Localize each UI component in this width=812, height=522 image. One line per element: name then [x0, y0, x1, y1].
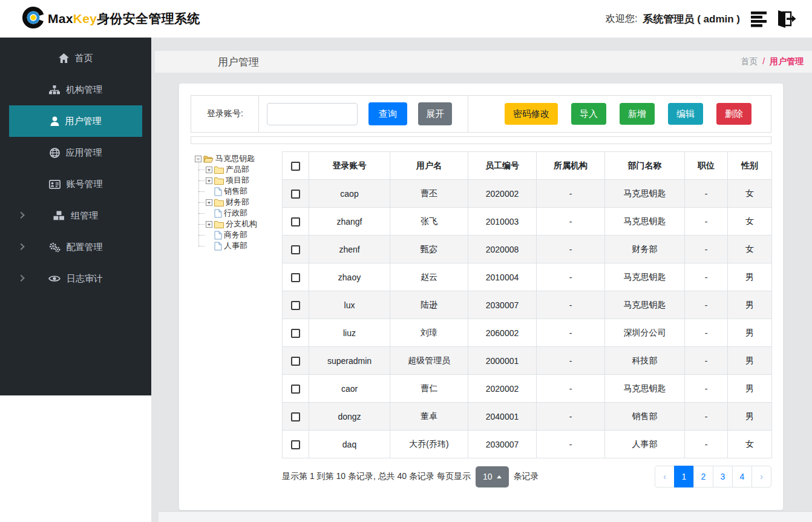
delete-button[interactable]: 删除 [716, 103, 751, 125]
table-cell: 销售部 [605, 403, 685, 431]
sidebar-item-config-mgmt[interactable]: 配置管理 [9, 231, 142, 263]
chevron-right-icon [18, 275, 24, 282]
row-checkbox[interactable] [291, 190, 300, 199]
row-checkbox[interactable] [291, 329, 300, 338]
next-page-button[interactable]: › [751, 466, 771, 487]
tree-node-label[interactable]: 财务部 [226, 197, 249, 208]
row-select-cell [283, 319, 309, 347]
expander-plus-icon[interactable]: + [206, 177, 212, 184]
table-cell: lux [309, 291, 390, 319]
table-cell: 超级管理员 [390, 347, 468, 375]
table-cell: - [685, 180, 728, 208]
row-select-cell [283, 236, 309, 263]
table-cell: 曹丕 [390, 180, 468, 208]
file-icon [214, 209, 222, 218]
logout-icon[interactable] [774, 10, 796, 28]
sidebar-item-account-mgmt[interactable]: 账号管理 [9, 168, 142, 200]
sidebar-item-label: 首页 [75, 53, 93, 64]
row-checkbox[interactable] [291, 357, 300, 366]
page-size-dropdown[interactable]: 10 [476, 466, 509, 487]
table-cell: 陆逊 [390, 291, 468, 319]
row-checkbox[interactable] [291, 440, 300, 449]
sidebar-item-user-mgmt[interactable]: 用户管理 [9, 105, 142, 137]
search-toolbar: 登录账号: 查询 展开 密码修改导入新增编辑删除 [191, 95, 771, 133]
tree-node: +财务部 [206, 197, 282, 208]
pagination-row: 显示第 1 到第 10 条记录, 总共 40 条记录 每页显示 10 条记录 ‹… [282, 466, 771, 487]
expander-plus-icon[interactable]: + [206, 199, 212, 206]
table-row[interactable]: lux陆逊2030007-马克思钥匙-男 [283, 291, 772, 319]
page-button-1[interactable]: 1 [674, 466, 694, 487]
sitemap-icon [49, 85, 60, 94]
tree-node-label[interactable]: 行政部 [224, 208, 247, 219]
page-button-3[interactable]: 3 [713, 466, 733, 487]
menu-list-icon[interactable] [751, 11, 769, 27]
edit-button[interactable]: 编辑 [668, 103, 703, 125]
add-button[interactable]: 新增 [620, 103, 655, 125]
login-account-input[interactable] [267, 103, 358, 125]
id-card-icon [49, 180, 61, 189]
tree-node-label[interactable]: 分支机构 [226, 219, 257, 230]
table-row[interactable]: dongz董卓2040001-销售部-男 [283, 403, 772, 431]
collapsed-search-panel [191, 136, 771, 144]
table-row[interactable]: caop曹丕2020002-马克思钥匙-女 [283, 180, 772, 208]
expander-plus-icon[interactable]: + [206, 167, 212, 173]
table-cell: - [685, 263, 728, 291]
table-cell: - [537, 180, 605, 208]
select-all-cell [283, 152, 309, 180]
tree-node: +产品部 [206, 164, 282, 175]
row-checkbox[interactable] [291, 245, 300, 254]
table-cell: 科技部 [605, 347, 685, 375]
table-cell: 2020002 [468, 180, 537, 208]
current-user: 系统管理员 ( admin ) [643, 12, 740, 26]
table-row[interactable]: zhangf张飞2010003-马克思钥匙-女 [283, 208, 772, 236]
tree-node-label[interactable]: 项目部 [226, 175, 249, 186]
sidebar-item-app-mgmt[interactable]: 应用管理 [9, 137, 142, 168]
caret-up-icon [497, 475, 502, 478]
breadcrumb-separator: / [762, 56, 765, 66]
row-checkbox[interactable] [291, 301, 300, 310]
tree-node-label[interactable]: 商务部 [224, 230, 247, 240]
row-checkbox[interactable] [291, 412, 300, 421]
folder-icon [214, 199, 224, 206]
prev-page-button[interactable]: ‹ [655, 466, 675, 487]
table-row[interactable]: daq大乔(乔玮)2030007-人事部-女 [283, 431, 772, 458]
table-cell: 财务部 [605, 236, 685, 263]
chevron-right-icon [18, 243, 24, 250]
table-cell: caor [309, 375, 390, 403]
row-checkbox[interactable] [291, 273, 300, 282]
table-row[interactable]: caor曹仁2020002-马克思钥匙-男 [283, 375, 772, 403]
query-button[interactable]: 查询 [368, 102, 407, 125]
maxkey-logo-icon [22, 6, 45, 31]
table-cell: 马克思钥匙 [605, 263, 685, 291]
column-header: 职位 [685, 152, 728, 180]
tree-node-label[interactable]: 销售部 [224, 186, 247, 197]
password-change-button[interactable]: 密码修改 [505, 103, 558, 125]
table-cell: 马克思钥匙 [605, 208, 685, 236]
sidebar-item-group-mgmt[interactable]: 组管理 [9, 200, 142, 231]
table-cell: superadmin [309, 347, 390, 375]
row-checkbox[interactable] [291, 217, 300, 226]
expand-button[interactable]: 展开 [418, 102, 452, 125]
table-cell: 曹仁 [390, 375, 468, 403]
table-row[interactable]: liuz刘璋2060002-深圳分公司-男 [283, 319, 772, 347]
import-button[interactable]: 导入 [571, 103, 606, 125]
page-button-2[interactable]: 2 [693, 466, 713, 487]
table-cell: - [537, 403, 605, 431]
table-cell: zhaoy [309, 263, 390, 291]
table-cell: 马克思钥匙 [605, 180, 685, 208]
tree-node-label[interactable]: 产品部 [226, 164, 249, 175]
tree-node-label[interactable]: 马克思钥匙 [215, 153, 255, 164]
row-checkbox[interactable] [291, 385, 300, 394]
page-button-4[interactable]: 4 [732, 466, 752, 487]
sidebar-item-home[interactable]: 首页 [9, 42, 142, 74]
expander-plus-icon[interactable]: + [206, 221, 212, 228]
table-row[interactable]: zhenf甄宓2020008-财务部-女 [283, 236, 772, 263]
tree-node-label[interactable]: 人事部 [224, 240, 247, 251]
table-row[interactable]: superadmin超级管理员2000001-科技部-男 [283, 347, 772, 375]
select-all-checkbox[interactable] [291, 162, 300, 171]
table-row[interactable]: zhaoy赵云2010004-马克思钥匙-男 [283, 263, 772, 291]
sidebar-item-audit-log[interactable]: 日志审计 [9, 263, 142, 294]
breadcrumb-home-link[interactable]: 首页 [741, 56, 758, 66]
row-select-cell [283, 291, 309, 319]
sidebar-item-org-mgmt[interactable]: 机构管理 [9, 74, 142, 105]
